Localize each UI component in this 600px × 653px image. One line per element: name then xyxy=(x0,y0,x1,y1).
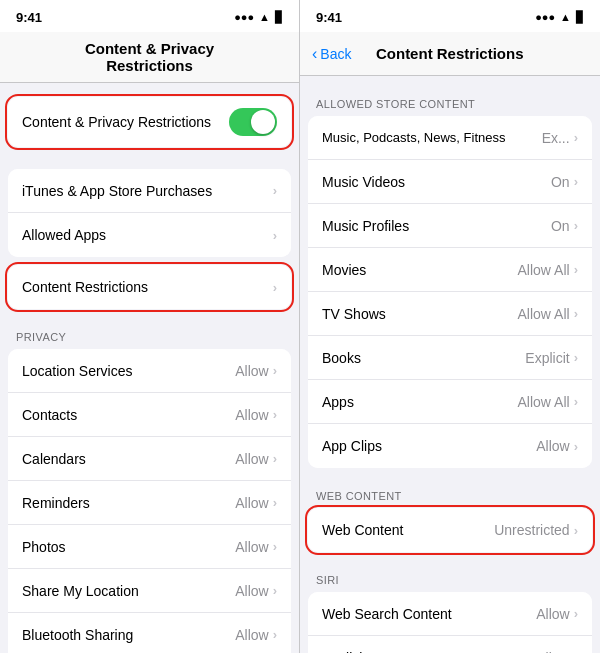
app-clips-label: App Clips xyxy=(322,438,536,454)
books-right: Explicit › xyxy=(525,350,578,366)
signal-icon: ●●● xyxy=(234,11,254,23)
share-location-chevron: › xyxy=(273,583,277,598)
nav-bar-left: Content & Privacy Restrictions xyxy=(0,32,299,83)
allowed-apps-item[interactable]: Allowed Apps › xyxy=(8,213,291,257)
web-content-label: Web Content xyxy=(322,522,494,538)
toggle-section: Content & Privacy Restrictions xyxy=(0,97,299,147)
allowed-apps-label: Allowed Apps xyxy=(22,227,273,243)
nav-title-left: Content & Privacy Restrictions xyxy=(52,40,247,74)
music-podcasts-item[interactable]: Music, Podcasts, News, Fitness Ex... › xyxy=(308,116,592,160)
itunes-label: iTunes & App Store Purchases xyxy=(22,183,273,199)
privacy-list: Location Services Allow › Contacts Allow… xyxy=(8,349,291,653)
bluetooth-label: Bluetooth Sharing xyxy=(22,627,235,643)
music-profiles-item[interactable]: Music Profiles On › xyxy=(308,204,592,248)
wifi-icon: ▲ xyxy=(259,11,270,23)
itunes-right: › xyxy=(273,183,277,198)
back-label[interactable]: Back xyxy=(320,46,351,62)
music-profiles-right: On › xyxy=(551,218,578,234)
back-chevron-icon: ‹ xyxy=(312,45,317,63)
tv-shows-value: Allow All xyxy=(518,306,570,322)
contacts-item[interactable]: Contacts Allow › xyxy=(8,393,291,437)
location-right: Allow › xyxy=(235,363,277,379)
music-profiles-label: Music Profiles xyxy=(322,218,551,234)
music-videos-item[interactable]: Music Videos On › xyxy=(308,160,592,204)
panel-left: 9:41 ●●● ▲ ▊ Content & Privacy Restricti… xyxy=(0,0,300,653)
back-button[interactable]: ‹ Back xyxy=(312,45,351,63)
bluetooth-item[interactable]: Bluetooth Sharing Allow › xyxy=(8,613,291,653)
privacy-toggle[interactable] xyxy=(229,108,277,136)
photos-item[interactable]: Photos Allow › xyxy=(8,525,291,569)
music-videos-chevron: › xyxy=(574,174,578,189)
content-privacy-toggle-item[interactable]: Content & Privacy Restrictions xyxy=(8,97,291,147)
itunes-purchases-item[interactable]: iTunes & App Store Purchases › xyxy=(8,169,291,213)
signal-icon-r: ●●● xyxy=(535,11,555,23)
location-value: Allow xyxy=(235,363,268,379)
tv-shows-item[interactable]: TV Shows Allow All › xyxy=(308,292,592,336)
content-restrictions-right: › xyxy=(273,280,277,295)
apps-value: Allow All xyxy=(518,394,570,410)
music-podcasts-value: Ex... xyxy=(542,130,570,146)
allowed-apps-right: › xyxy=(273,228,277,243)
reminders-chevron: › xyxy=(273,495,277,510)
status-bar-left: 9:41 ●●● ▲ ▊ xyxy=(0,0,299,32)
toggle-label: Content & Privacy Restrictions xyxy=(22,114,229,130)
web-content-section: WEB CONTENT Web Content Unrestricted › xyxy=(300,490,600,552)
web-content-highlight: Web Content Unrestricted › xyxy=(308,508,592,552)
calendars-item[interactable]: Calendars Allow › xyxy=(8,437,291,481)
books-value: Explicit xyxy=(525,350,569,366)
books-item[interactable]: Books Explicit › xyxy=(308,336,592,380)
share-location-label: Share My Location xyxy=(22,583,235,599)
status-time-right: 9:41 xyxy=(316,10,342,25)
reminders-item[interactable]: Reminders Allow › xyxy=(8,481,291,525)
contacts-right: Allow › xyxy=(235,407,277,423)
content-restrictions-chevron: › xyxy=(273,280,277,295)
music-profiles-chevron: › xyxy=(574,218,578,233)
contacts-label: Contacts xyxy=(22,407,235,423)
movies-chevron: › xyxy=(574,262,578,277)
nav-bar-right: ‹ Back Content Restrictions xyxy=(300,32,600,76)
web-content-item[interactable]: Web Content Unrestricted › xyxy=(308,508,592,552)
itunes-chevron: › xyxy=(273,183,277,198)
movies-value: Allow All xyxy=(518,262,570,278)
movies-right: Allow All › xyxy=(518,262,578,278)
music-podcasts-label: Music, Podcasts, News, Fitness xyxy=(322,130,542,145)
wifi-icon-r: ▲ xyxy=(560,11,571,23)
web-content-chevron: › xyxy=(574,523,578,538)
music-videos-value: On xyxy=(551,174,570,190)
share-location-value: Allow xyxy=(235,583,268,599)
location-services-item[interactable]: Location Services Allow › xyxy=(8,349,291,393)
apps-label: Apps xyxy=(322,394,518,410)
reminders-label: Reminders xyxy=(22,495,235,511)
siri-header: SIRI xyxy=(300,574,600,592)
panel-right-content: ALLOWED STORE CONTENT Music, Podcasts, N… xyxy=(300,76,600,653)
calendars-right: Allow › xyxy=(235,451,277,467)
share-location-item[interactable]: Share My Location Allow › xyxy=(8,569,291,613)
allowed-store-header: ALLOWED STORE CONTENT xyxy=(300,98,600,116)
status-icons-right: ●●● ▲ ▊ xyxy=(535,11,584,24)
web-search-label: Web Search Content xyxy=(322,606,536,622)
app-clips-item[interactable]: App Clips Allow › xyxy=(308,424,592,468)
battery-icon: ▊ xyxy=(275,11,283,24)
content-restrictions-item[interactable]: Content Restrictions › xyxy=(8,265,291,309)
reminders-value: Allow xyxy=(235,495,268,511)
movies-label: Movies xyxy=(322,262,518,278)
share-location-right: Allow › xyxy=(235,583,277,599)
photos-chevron: › xyxy=(273,539,277,554)
location-label: Location Services xyxy=(22,363,235,379)
movies-item[interactable]: Movies Allow All › xyxy=(308,248,592,292)
bluetooth-chevron: › xyxy=(273,627,277,642)
books-label: Books xyxy=(322,350,525,366)
toggle-thumb xyxy=(251,110,275,134)
music-videos-label: Music Videos xyxy=(322,174,551,190)
photos-right: Allow › xyxy=(235,539,277,555)
contacts-value: Allow xyxy=(235,407,268,423)
apps-right: Allow All › xyxy=(518,394,578,410)
battery-icon-r: ▊ xyxy=(576,11,584,24)
web-search-value: Allow xyxy=(536,606,569,622)
main-items-list: iTunes & App Store Purchases › Allowed A… xyxy=(8,169,291,257)
apps-item[interactable]: Apps Allow All › xyxy=(308,380,592,424)
web-search-item[interactable]: Web Search Content Allow › xyxy=(308,592,592,636)
explicit-language-item[interactable]: Explicit Language Allow › xyxy=(308,636,592,653)
music-videos-right: On › xyxy=(551,174,578,190)
bluetooth-value: Allow xyxy=(235,627,268,643)
